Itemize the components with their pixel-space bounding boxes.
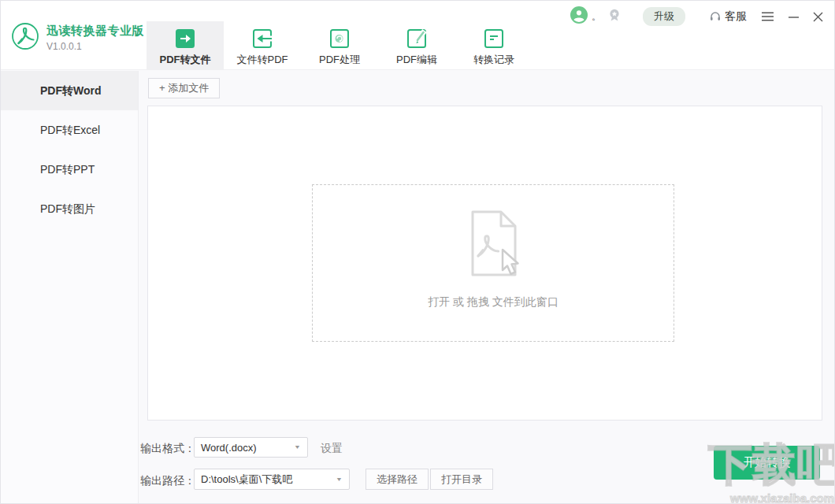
close-button[interactable]: [813, 12, 823, 22]
sidebar-item-pdf-to-excel[interactable]: PDF转Excel: [1, 110, 138, 150]
header: 迅读转换器专业版 V1.0.0.1 PDF转文件: [1, 1, 834, 70]
drop-zone[interactable]: 打开 或 拖拽 文件到此窗口: [312, 184, 674, 342]
menu-icon: [761, 11, 774, 22]
brand-text: 迅读转换器专业版 V1.0.0.1: [46, 24, 144, 52]
app-window: 迅读转换器专业版 V1.0.0.1 PDF转文件: [0, 0, 835, 504]
choose-path-button[interactable]: 选择路径: [366, 469, 429, 490]
pdf-edit-icon: [406, 28, 427, 49]
avatar-icon: [570, 6, 588, 24]
tab-label: PDF编辑: [396, 53, 437, 67]
tab-file-to-pdf[interactable]: 文件转PDF: [224, 21, 301, 70]
tab-label: 转换记录: [473, 53, 514, 67]
close-icon: [813, 12, 823, 22]
tab-conversion-records[interactable]: 转换记录: [455, 21, 533, 70]
chevron-down-icon: ▼: [294, 444, 301, 450]
output-format-label: 输出格式：: [140, 442, 195, 456]
tab-pdf-edit[interactable]: PDF编辑: [378, 21, 455, 70]
chevron-down-icon: ▼: [336, 476, 343, 483]
support-label: 客服: [725, 9, 747, 24]
minimize-icon: [789, 12, 799, 22]
output-path-value: D:\tools\桌面\下载吧: [201, 472, 292, 487]
titlebar-controls: 。 升级 客服: [570, 7, 823, 26]
app-title: 迅读转换器专业版: [46, 24, 144, 39]
tab-label: PDF处理: [319, 53, 360, 67]
username: 。: [592, 10, 601, 24]
output-format-select[interactable]: Word(.docx) ▼: [194, 437, 308, 458]
settings-button[interactable]: 设置: [321, 442, 343, 456]
support-button[interactable]: 客服: [709, 9, 747, 24]
sidebar: PDF转Word PDF转Excel PDF转PPT PDF转图片: [1, 71, 139, 503]
output-path-label: 输出路径：: [140, 474, 195, 488]
conversion-records-icon: [484, 28, 504, 49]
file-to-pdf-icon: [252, 28, 273, 49]
pdf-process-icon: [329, 28, 350, 49]
app-version: V1.0.0.1: [46, 41, 144, 52]
minimize-button[interactable]: [789, 12, 799, 22]
upgrade-button[interactable]: 升级: [643, 7, 685, 26]
file-list-area: 打开 或 拖拽 文件到此窗口: [147, 106, 822, 421]
menu-button[interactable]: [761, 11, 774, 22]
add-file-button[interactable]: + 添加文件: [148, 78, 220, 98]
output-format-value: Word(.docx): [201, 442, 257, 454]
pdf-to-file-icon: [175, 28, 195, 49]
sidebar-item-pdf-to-ppt[interactable]: PDF转PPT: [1, 150, 138, 189]
watermark-url: www.xiazaiba.com: [730, 491, 834, 504]
sidebar-item-pdf-to-image[interactable]: PDF转图片: [1, 189, 138, 228]
pdf-document-cursor-icon: [457, 207, 529, 286]
sidebar-item-pdf-to-word[interactable]: PDF转Word: [1, 71, 138, 110]
app-logo-icon: [11, 22, 39, 54]
drop-zone-hint: 打开 或 拖拽 文件到此窗口: [313, 295, 674, 309]
brand: 迅读转换器专业版 V1.0.0.1: [11, 22, 144, 54]
start-convert-button[interactable]: 开始转换: [714, 446, 820, 480]
tab-pdf-to-file[interactable]: PDF转文件: [147, 21, 224, 70]
tab-label: 文件转PDF: [237, 53, 288, 67]
open-directory-button[interactable]: 打开目录: [430, 469, 493, 490]
avatar[interactable]: [570, 6, 588, 27]
vip-badge-icon[interactable]: [607, 8, 622, 25]
headset-icon: [709, 10, 722, 23]
tab-label: PDF转文件: [160, 53, 211, 67]
nav-tabs: PDF转文件 文件转PDF PDF处理: [147, 21, 533, 70]
tab-pdf-process[interactable]: PDF处理: [301, 21, 378, 70]
output-path-select[interactable]: D:\tools\桌面\下载吧 ▼: [194, 469, 350, 490]
